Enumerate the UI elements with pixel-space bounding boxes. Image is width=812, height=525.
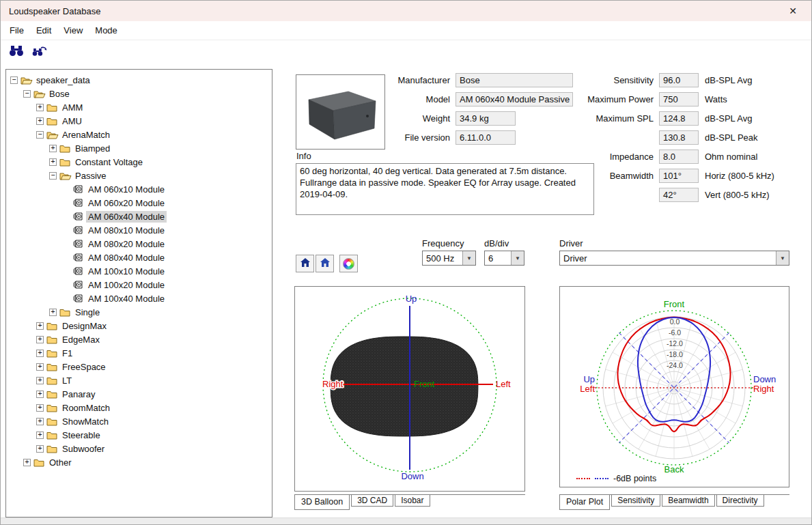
balloon-3d-canvas[interactable]: UpDownRightLeftFront — [295, 287, 524, 491]
expand-icon[interactable]: + — [36, 445, 44, 453]
db-spl-peak-field[interactable]: 130.8 — [659, 130, 699, 145]
frequency-select[interactable]: 500 Hz ▼ — [422, 251, 476, 266]
expand-icon[interactable]: + — [36, 117, 44, 125]
tree-item-lt[interactable]: +LT — [6, 373, 272, 387]
tree-item-label: AMU — [60, 115, 84, 127]
collapse-icon[interactable]: − — [36, 131, 44, 139]
tree-item-steerable[interactable]: +Steerable — [6, 428, 272, 442]
field-label: File version — [387, 132, 450, 143]
tree-item-showmatch[interactable]: +ShowMatch — [6, 414, 272, 428]
tree-item-passive[interactable]: −Passive — [6, 169, 272, 182]
tab-directivity[interactable]: Directivity — [716, 495, 764, 507]
tree-item-freespace[interactable]: +FreeSpace — [6, 360, 272, 373]
maximum-spl-field[interactable]: 124.8 — [659, 111, 699, 126]
file-version-field[interactable]: 6.11.0.0 — [456, 130, 516, 145]
expand-icon[interactable]: + — [23, 459, 31, 466]
balloon-plot[interactable]: UpDownRightLeftFront — [294, 286, 525, 492]
tab-3d-balloon[interactable]: 3D Balloon — [294, 495, 350, 510]
tree-item-label: LT — [60, 375, 74, 386]
tree-item-arenamatch[interactable]: −ArenaMatch — [6, 128, 272, 141]
find-button[interactable] — [8, 44, 25, 60]
home-view-button[interactable] — [296, 255, 314, 272]
expand-icon[interactable]: + — [36, 418, 44, 425]
tree-item-amm[interactable]: +AMM — [6, 100, 272, 114]
tree-item-am-060x40-module[interactable]: AM 060x40 Module — [6, 210, 272, 223]
tree-item-am-100x40-module[interactable]: AM 100x40 Module — [6, 292, 272, 305]
chevron-down-icon[interactable]: ▼ — [511, 251, 524, 265]
tree-item-single[interactable]: +Single — [6, 305, 272, 319]
menu-item-edit[interactable]: Edit — [30, 21, 57, 40]
tab-beamwidth[interactable]: Beamwidth — [662, 495, 714, 507]
collapse-icon[interactable]: − — [49, 172, 57, 180]
tree-item-f1[interactable]: +F1 — [6, 346, 272, 360]
expand-icon[interactable]: + — [49, 158, 57, 166]
tree-item-roommatch[interactable]: +RoomMatch — [6, 401, 272, 414]
field-unit: dB-SPL Peak — [705, 132, 758, 143]
sensitivity-field[interactable]: 96.0 — [659, 73, 699, 87]
tree-item-designmax[interactable]: +DesignMax — [6, 319, 272, 332]
manufacturer-field[interactable]: Bose — [456, 73, 573, 87]
tree-item-edgemax[interactable]: +EdgeMax — [6, 332, 272, 346]
folder-icon — [46, 431, 60, 440]
close-button[interactable]: ✕ — [783, 5, 803, 16]
driver-select[interactable]: Driver ▼ — [559, 251, 789, 266]
beamwidth-field[interactable]: 101° — [659, 169, 699, 183]
chevron-down-icon[interactable]: ▼ — [462, 251, 475, 265]
tree-item-constant-voltage[interactable]: +Constant Voltage — [6, 155, 272, 169]
speaker-icon — [72, 226, 86, 234]
tree-item-label: Other — [47, 457, 74, 468]
tree-item-am-100x10-module[interactable]: AM 100x10 Module — [6, 264, 272, 278]
collapse-icon[interactable]: − — [23, 90, 31, 98]
menu-item-view[interactable]: View — [57, 21, 89, 40]
tree-item-other[interactable]: +Other — [6, 455, 272, 469]
tree-item-speaker-data[interactable]: −speaker_data — [6, 73, 272, 87]
menu-item-file[interactable]: File — [3, 21, 30, 40]
polar-plot-canvas[interactable]: 0.0-6.0-12.0-18.0-24.0FrontBackUpLeftDow… — [560, 287, 789, 487]
collapse-icon[interactable]: − — [10, 76, 18, 84]
expand-icon[interactable]: + — [49, 309, 57, 316]
db-per-div-select[interactable]: 6 ▼ — [484, 251, 524, 266]
expand-icon[interactable]: + — [36, 391, 44, 398]
tree-item-am-080x10-module[interactable]: AM 080x10 Module — [6, 223, 272, 237]
color-scale-button[interactable] — [339, 255, 358, 272]
tab-polar-plot[interactable]: Polar Plot — [559, 495, 610, 510]
folder-icon — [46, 335, 60, 344]
maximum-power-field[interactable]: 750 — [659, 92, 699, 107]
tree-item-subwoofer[interactable]: +Subwoofer — [6, 442, 272, 455]
tree-item-am-080x20-module[interactable]: AM 080x20 Module — [6, 237, 272, 251]
tree-item-am-100x20-module[interactable]: AM 100x20 Module — [6, 278, 272, 292]
info-box[interactable]: 60 deg horizontal, 40 deg vertical. Data… — [296, 163, 594, 215]
menu-item-mode[interactable]: Mode — [89, 21, 124, 40]
tab-3d-cad[interactable]: 3D CAD — [351, 495, 393, 507]
expand-icon[interactable]: + — [36, 104, 44, 111]
expand-icon[interactable]: + — [36, 322, 44, 330]
expand-icon[interactable]: + — [36, 431, 44, 439]
expand-icon[interactable]: + — [36, 336, 44, 343]
expand-icon[interactable]: + — [36, 350, 44, 357]
home-alt-view-button[interactable] — [316, 255, 334, 272]
model-field[interactable]: AM 060x40 Module Passive — [456, 92, 573, 107]
tree-item-amu[interactable]: +AMU — [6, 114, 272, 128]
tree-item-am-080x40-module[interactable]: AM 080x40 Module — [6, 251, 272, 264]
find-next-button[interactable] — [31, 44, 48, 60]
chevron-down-icon[interactable]: ▼ — [776, 251, 789, 265]
impedance-field[interactable]: 8.0 — [659, 150, 699, 164]
folder-icon — [46, 403, 60, 412]
weight-field[interactable]: 34.9 kg — [456, 111, 516, 126]
speaker-tree: −speaker_data−Bose+AMM+AMU−ArenaMatch+Bi… — [5, 69, 272, 517]
tab-isobar[interactable]: Isobar — [395, 495, 430, 507]
expand-icon[interactable]: + — [36, 377, 44, 384]
expand-icon[interactable]: + — [49, 145, 57, 152]
tree-item-am-060x20-module[interactable]: AM 060x20 Module — [6, 196, 272, 210]
tree-item-panaray[interactable]: +Panaray — [6, 387, 272, 401]
expand-icon[interactable]: + — [36, 404, 44, 412]
tree-item-am-060x10-module[interactable]: AM 060x10 Module — [6, 182, 272, 196]
polar-plot[interactable]: 0.0-6.0-12.0-18.0-24.0FrontBackUpLeftDow… — [559, 286, 789, 487]
tab-sensitivity[interactable]: Sensitivity — [611, 495, 660, 507]
polar-up-label: Up — [583, 374, 595, 384]
expand-icon[interactable]: + — [36, 363, 44, 371]
tree-item-biamped[interactable]: +Biamped — [6, 141, 272, 155]
tree-item-bose[interactable]: −Bose — [6, 87, 272, 100]
vert-800-5-khz-field[interactable]: 42° — [659, 188, 699, 202]
folder-icon — [46, 103, 60, 112]
